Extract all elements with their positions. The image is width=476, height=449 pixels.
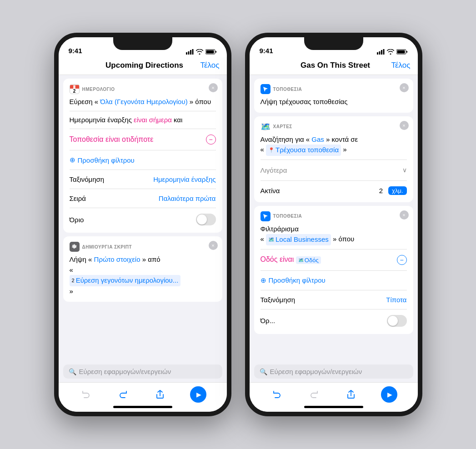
card-label-cal: ΗΜΕΡΟΛΟΓΙΟ: [82, 87, 115, 92]
script-blue: Πρώτο στοιχείο: [94, 255, 140, 263]
maps-gas: Gas: [311, 135, 324, 143]
limit-row-1[interactable]: Όριο: [70, 212, 216, 227]
svg-rect-5: [215, 51, 216, 53]
signal-icon: [186, 49, 194, 55]
close-button-filter[interactable]: ×: [400, 210, 409, 220]
share-button-1[interactable]: [153, 387, 167, 402]
page-title-2: Gas On This Street: [301, 61, 370, 70]
radius-unit-badge[interactable]: χλμ.: [388, 186, 406, 195]
sort-label-1: Ταξινόμηση: [70, 175, 105, 183]
limit-label-1: Όριο: [70, 216, 84, 224]
divider-maps-1: [261, 160, 407, 160]
street-badge: 🗺️ Οδός: [296, 256, 321, 264]
location-icon-1: [261, 84, 271, 94]
card-calendar-1: ▐▌ 2 ΗΜΕΡΟΛΟΓΙΟ × Εύρεση « Όλα (Γεγονότα…: [63, 79, 222, 233]
scroll-content-1: ▐▌ 2 ΗΜΕΡΟΛΟΓΙΟ × Εύρεση « Όλα (Γεγονότα…: [59, 75, 227, 364]
divider-filter-2: [261, 270, 407, 271]
filter-text-1: Φιλτράρισμα: [261, 225, 299, 233]
close-button-loc1[interactable]: ×: [400, 83, 409, 92]
redo-icon-2: [309, 389, 319, 399]
script-prefix: Λήψη «: [70, 255, 94, 263]
status-time-2: 9:41: [260, 47, 273, 55]
order-value-1: Παλαιότερα πρώτα: [159, 195, 216, 202]
search-placeholder-1: Εύρεση εφαρμογών/ενεργειών: [79, 368, 171, 375]
dropdown-label-maps: Λιγότερα: [261, 166, 287, 174]
redo-button-2[interactable]: [307, 387, 321, 402]
page-title-1: Upcoming Directions: [105, 61, 183, 70]
card-label-script: ΔΗΜΙΟΥΡΓΙΑ ΣΚΡΙΠΤ: [82, 244, 132, 249]
sort-value-1: Ημερομηνία έναρξης: [153, 175, 215, 183]
done-button-2[interactable]: Τέλος: [391, 61, 410, 70]
card-text-date: Ημερομηνία έναρξης είναι σήμερα και: [70, 115, 216, 125]
search-placeholder-2: Εύρεση εφαρμογών/ενεργειών: [270, 368, 362, 375]
date-prefix: Ημερομηνία έναρξης: [70, 116, 134, 124]
street-badge-text: Οδός: [305, 257, 319, 264]
play-button-1[interactable]: ▶: [190, 386, 206, 403]
divider-1: [70, 111, 216, 111]
divider-filter-1: [261, 249, 407, 249]
chevron-down-icon: ∨: [402, 166, 407, 174]
minus-street-btn[interactable]: −: [397, 255, 407, 265]
card-label-loc1: ΤΟΠΟΘΕΣΙΑ: [273, 87, 302, 92]
undo-button-2[interactable]: [270, 387, 284, 402]
nav-header-2: Gas On This Street Τέλος: [250, 57, 418, 75]
close-button-script[interactable]: ×: [209, 241, 218, 250]
status-icons-2: [377, 49, 408, 55]
filter-suffix: » όπου: [331, 235, 355, 243]
add-filter-btn-1[interactable]: ⊕ Προσθήκη φίλτρου: [70, 154, 216, 166]
maps-line2-prefix: «: [261, 145, 266, 153]
radius-number: 2: [379, 187, 383, 195]
date-pink: είναι σήμερα: [134, 116, 172, 124]
radius-value-group: 2 χλμ.: [379, 186, 407, 195]
svg-rect-12: [406, 51, 407, 53]
close-button-maps[interactable]: ×: [400, 121, 409, 130]
script-quote-open: «: [70, 266, 73, 274]
search-icon-2: 🔍: [260, 368, 267, 375]
done-button-1[interactable]: Τέλος: [200, 61, 220, 70]
close-button-cal[interactable]: ×: [209, 83, 218, 92]
sort-row-1[interactable]: Ταξινόμηση Ημερομηνία έναρξης: [70, 174, 216, 185]
undo-button-1[interactable]: [79, 387, 93, 402]
notch-1: [113, 37, 172, 50]
redo-button-1[interactable]: [116, 387, 130, 402]
notch-2: [304, 37, 363, 50]
card-script-1: ΔΗΜΙΟΥΡΓΙΑ ΣΚΡΙΠΤ × Λήψη « Πρώτο στοιχεί…: [63, 236, 222, 302]
street-badge-icon: 🗺️: [298, 258, 304, 263]
play-button-2[interactable]: ▶: [381, 386, 397, 403]
date-suffix: και: [172, 116, 183, 124]
nav-header-1: Upcoming Directions Τέλος: [59, 57, 227, 75]
share-icon-2: [346, 389, 356, 399]
minus-filter-btn[interactable]: −: [206, 135, 216, 145]
limit-toggle-2[interactable]: [387, 315, 407, 327]
svg-rect-1: [188, 51, 189, 55]
maps-prefix: Αναζήτηση για «: [261, 135, 312, 143]
calendar-icon: ▐▌ 2: [70, 84, 80, 94]
add-filter-btn-2[interactable]: ⊕ Προσθήκη φίλτρου: [261, 274, 407, 286]
search-bar-2[interactable]: 🔍 Εύρεση εφαρμογών/ενεργειών: [254, 364, 413, 379]
divider-5: [70, 189, 216, 189]
svg-rect-7: [377, 52, 378, 55]
businesses-badge: 🗺️Local Businesses: [266, 234, 331, 245]
dropdown-row-maps[interactable]: Λιγότερα ∨: [261, 164, 407, 177]
share-button-2[interactable]: [344, 387, 358, 402]
sort-row-2[interactable]: Ταξινόμηση Τίποτα: [261, 294, 407, 305]
location-badge-icon: 📍: [268, 146, 275, 154]
divider-maps-2: [261, 180, 407, 181]
card-text-maps: Αναζήτηση για « Gas » κοντά σε « 📍Τρέχου…: [261, 135, 407, 156]
svg-rect-9: [381, 50, 382, 55]
limit-row-2[interactable]: Όρ...: [261, 313, 407, 329]
script-badge-row: 2 Εύρεση γεγονότων ημερολογίου...: [70, 275, 181, 286]
limit-label-2: Όρ...: [261, 317, 276, 324]
plus-icon-2: ⊕: [261, 276, 266, 284]
arrow-icon-1: [262, 86, 269, 92]
order-row-1[interactable]: Σειρά Παλαιότερα πρώτα: [70, 193, 216, 204]
script-icon: [70, 242, 80, 252]
status-time-1: 9:41: [69, 47, 82, 55]
battery-icon: [205, 49, 217, 55]
limit-toggle-1[interactable]: [196, 214, 216, 225]
toggle-thumb-2: [388, 316, 398, 326]
divider-4: [70, 170, 216, 170]
radius-row: Ακτίνα 2 χλμ.: [261, 185, 407, 197]
search-bar-1[interactable]: 🔍 Εύρεση εφαρμογών/ενεργειών: [63, 364, 222, 379]
arrow-icon-2: [262, 213, 269, 220]
